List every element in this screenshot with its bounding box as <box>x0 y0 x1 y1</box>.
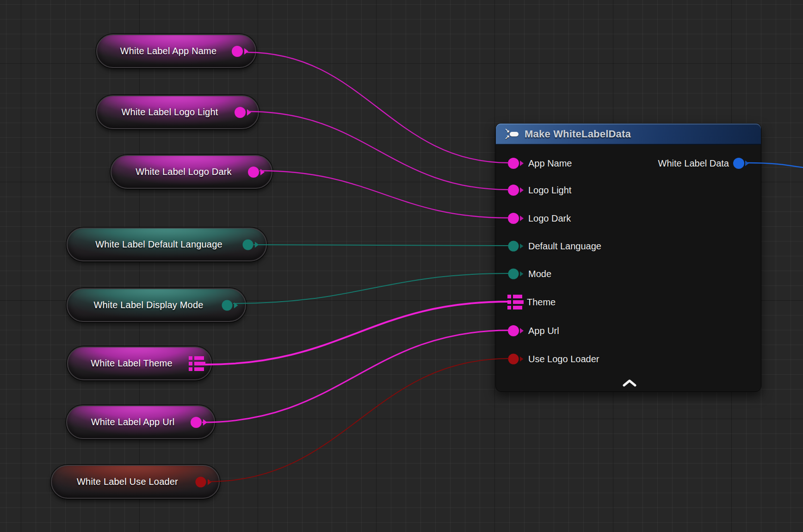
string-input-pin[interactable] <box>507 325 525 337</box>
var-node-white-label-app-url[interactable]: White Label App Url <box>66 405 215 439</box>
struct-output-pin[interactable] <box>189 356 205 371</box>
var-node-white-label-logo-dark[interactable]: White Label Logo Dark <box>111 155 272 189</box>
var-node-white-label-theme[interactable]: White Label Theme <box>67 346 212 380</box>
wire-logo-dark[interactable] <box>259 171 509 218</box>
var-node-label: White Label Use Loader <box>77 476 178 487</box>
var-node-white-label-use-loader[interactable]: White Label Use Loader <box>51 465 220 499</box>
wire-app-name[interactable] <box>247 52 509 163</box>
string-input-pin[interactable] <box>507 157 525 169</box>
string-output-pin[interactable] <box>231 45 250 57</box>
bool-input-pin[interactable] <box>507 353 525 365</box>
node-header[interactable]: ↘ ↗ Make WhiteLabelData <box>496 124 761 145</box>
enum-output-pin[interactable] <box>221 299 240 311</box>
chevron-up-icon[interactable] <box>622 379 637 387</box>
string-output-pin[interactable] <box>247 166 266 178</box>
input-pin-row-use-logo-loader[interactable]: Use Logo Loader <box>496 350 599 368</box>
var-node-white-label-default-language[interactable]: White Label Default Language <box>67 228 267 261</box>
node-title: Make WhiteLabelData <box>525 128 631 140</box>
var-node-white-label-display-mode[interactable]: White Label Display Mode <box>67 288 246 322</box>
wire-logo-light[interactable] <box>248 111 509 190</box>
var-node-label: White Label Logo Dark <box>136 167 232 177</box>
wire-use-loader[interactable] <box>209 359 509 482</box>
make-struct-icon: ↘ ↗ <box>505 128 519 141</box>
var-node-white-label-app-name[interactable]: White Label App Name <box>96 34 256 68</box>
wire-app-url[interactable] <box>202 330 509 422</box>
make-whitelabeldata-node[interactable]: ↘ ↗ Make WhiteLabelData App Name Logo Li… <box>495 123 761 392</box>
output-pin-row-white-label-data[interactable]: White Label Data <box>647 155 761 172</box>
struct-input-pin[interactable] <box>507 294 524 310</box>
blueprint-graph-canvas[interactable]: White Label App Name White Label Logo Li… <box>0 0 803 532</box>
wire-default-language[interactable] <box>253 245 509 246</box>
var-node-label: White Label App Url <box>91 417 175 427</box>
string-output-pin[interactable] <box>234 106 253 118</box>
var-node-label: White Label Theme <box>91 358 172 369</box>
wire-display-mode[interactable] <box>233 273 509 303</box>
enum-input-pin[interactable] <box>507 240 525 252</box>
wire-theme[interactable] <box>205 302 509 365</box>
var-node-label: White Label Logo Light <box>122 107 218 118</box>
string-input-pin[interactable] <box>507 212 525 224</box>
var-node-label: White Label Default Language <box>95 239 222 250</box>
var-node-white-label-logo-light[interactable]: White Label Logo Light <box>96 95 259 129</box>
input-pin-row-default-language[interactable]: Default Language <box>496 237 601 255</box>
string-input-pin[interactable] <box>507 184 525 196</box>
enum-input-pin[interactable] <box>507 268 525 280</box>
var-node-label: White Label Display Mode <box>93 300 203 310</box>
var-node-label: White Label App Name <box>120 46 217 56</box>
